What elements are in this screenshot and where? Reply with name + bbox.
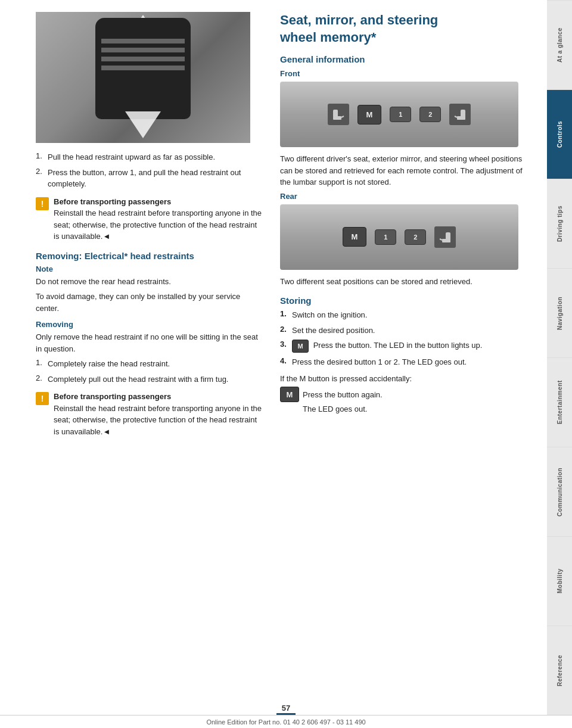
stripe-2 xyxy=(101,48,185,52)
storing-step-content-3: M Press the button. The LED in the butto… xyxy=(292,340,482,353)
step-number-2: 2. xyxy=(36,167,48,190)
sidebar-label-communication: Communication xyxy=(557,467,563,516)
front-m-button[interactable]: M xyxy=(358,105,382,125)
storing-step-3-text: Press the button. The LED in the button … xyxy=(313,341,483,350)
sidebar-label-driving-tips: Driving tips xyxy=(557,206,563,242)
headrest-shape xyxy=(95,18,191,119)
front-description: Two different driver's seat, exterior mi… xyxy=(280,153,530,188)
rear-seat-svg xyxy=(439,231,452,244)
svg-rect-7 xyxy=(442,239,450,242)
step-item-2: 2. Press the button, arrow 1, and pull t… xyxy=(36,167,262,190)
sidebar-label-reference: Reference xyxy=(557,655,563,686)
storing-step-2: 2. Set the desired position. xyxy=(280,325,530,337)
removal-steps: 1. Pull the head restraint upward as far… xyxy=(36,151,262,190)
right-column: Seat, mirror, and steeringwheel memory* … xyxy=(280,12,530,413)
m-button-inline-3: M xyxy=(292,340,309,353)
removing-text: Only remove the head restraint if no one… xyxy=(36,331,262,354)
sidebar-item-navigation[interactable]: Navigation xyxy=(547,268,572,357)
page-title-text: Seat, mirror, and steeringwheel memory* xyxy=(280,13,438,45)
storing-step-1: 1. Switch on the ignition. xyxy=(280,309,530,321)
sidebar-item-mobility[interactable]: Mobility xyxy=(547,536,572,626)
stripe-3 xyxy=(101,57,185,61)
storing-step-num-1: 1. xyxy=(280,309,292,318)
removing-subheading: Removing xyxy=(36,320,262,329)
front-control-panel: M 1 2 xyxy=(280,82,518,147)
page-title: Seat, mirror, and steeringwheel memory* xyxy=(280,12,530,46)
warning-text-1: Before transporting passengers Reinstall… xyxy=(54,196,262,242)
removing-step-text-1: Completely raise the head restraint. xyxy=(48,358,170,370)
storing-step-num-2: 2. xyxy=(280,325,292,334)
step-number-1: 1. xyxy=(36,151,48,163)
sidebar-item-driving-tips[interactable]: Driving tips xyxy=(547,179,572,268)
svg-line-2 xyxy=(341,116,344,117)
seat-svg-left xyxy=(332,108,345,121)
rear-m-button[interactable]: M xyxy=(343,227,367,247)
rear-panel-inner: M 1 2 xyxy=(280,204,518,270)
footer: Online Edition for Part no. 01 40 2 606 … xyxy=(0,715,572,728)
step-text-1: Pull the head restraint upward as far as… xyxy=(48,151,215,163)
step-item-1: 1. Pull the head restraint upward as far… xyxy=(36,151,262,163)
front-1-button[interactable]: 1 xyxy=(390,107,411,122)
rear-1-button[interactable]: 1 xyxy=(375,229,396,245)
front-panel-inner: M 1 2 xyxy=(280,82,518,147)
removing-step-number-2: 2. xyxy=(36,374,48,385)
storing-steps-list: 1. Switch on the ignition. 2. Set the de… xyxy=(280,309,530,368)
front-seat-icon-left xyxy=(328,104,349,125)
svg-line-5 xyxy=(455,116,457,117)
storing-step-4: 4. Press the desired button 1 or 2. The … xyxy=(280,356,530,368)
rear-description: Two different seat positions can be stor… xyxy=(280,276,530,288)
rear-2-button[interactable]: 2 xyxy=(405,229,426,245)
arrow-down-icon xyxy=(125,111,161,138)
sidebar: At a glance Controls Driving tips Naviga… xyxy=(547,0,572,715)
rear-control-panel: M 1 2 xyxy=(280,204,518,270)
svg-rect-1 xyxy=(333,116,341,120)
storing-step-content-2: Set the desired position. xyxy=(292,325,375,337)
note-text-2: To avoid damage, they can only be instal… xyxy=(36,291,262,314)
removing-step-text-2: Completely pull out the head restraint w… xyxy=(48,374,228,385)
storing-step-3: 3. M Press the button. The LED in the bu… xyxy=(280,340,530,353)
removing-steps: 1. Completely raise the head restraint. … xyxy=(36,358,262,385)
warning-body-1: Reinstall the head restraint before tran… xyxy=(54,209,262,241)
footer-text: Online Edition for Part no. 01 40 2 606 … xyxy=(206,718,365,726)
sidebar-label-at-a-glance: At a glance xyxy=(557,27,563,63)
general-information-heading: General information xyxy=(280,54,530,64)
sidebar-item-reference[interactable]: Reference xyxy=(547,626,572,715)
sidebar-item-at-a-glance[interactable]: At a glance xyxy=(547,0,572,89)
note-heading: Note xyxy=(36,265,262,273)
headrest-image xyxy=(36,12,250,143)
removing-step-item-2: 2. Completely pull out the head restrain… xyxy=(36,374,262,385)
removing-step-item-1: 1. Completely raise the head restraint. xyxy=(36,358,262,370)
sidebar-item-controls[interactable]: Controls xyxy=(547,89,572,179)
warning-icon-1: ! xyxy=(36,197,49,210)
warning-box-2: ! Before transporting passengers Reinsta… xyxy=(36,391,262,437)
sidebar-label-entertainment: Entertainment xyxy=(557,381,563,425)
page-number: 57 xyxy=(282,704,290,713)
if-m-action-1-row: M Press the button again. xyxy=(280,387,530,402)
step-text-2: Press the button, arrow 1, and pull the … xyxy=(48,167,262,190)
m-button-block-1: M xyxy=(280,387,299,402)
removing-step-number-1: 1. xyxy=(36,358,48,370)
seat-svg-right xyxy=(453,108,467,121)
removing-electrical-heading: Removing: Electrical* head restraints xyxy=(36,251,262,261)
warning-title-2: Before transporting passengers xyxy=(54,392,171,401)
storing-step-content-1: Switch on the ignition. xyxy=(292,309,367,321)
if-m-action-2-row: The LED goes out. xyxy=(303,405,530,413)
sidebar-label-controls: Controls xyxy=(557,121,563,148)
storing-step-num-4: 4. xyxy=(280,356,292,365)
warning-box-1: ! Before transporting passengers Reinsta… xyxy=(36,196,262,242)
front-2-button[interactable]: 2 xyxy=(419,107,441,122)
stripe-1 xyxy=(101,39,185,43)
sidebar-label-navigation: Navigation xyxy=(557,296,563,329)
storing-step-num-3: 3. xyxy=(280,340,292,349)
storing-heading: Storing xyxy=(280,295,530,306)
svg-rect-4 xyxy=(457,116,465,120)
left-column: 1. Pull the head restraint upward as far… xyxy=(36,12,262,443)
svg-line-8 xyxy=(440,239,442,240)
warning-body-2: Reinstall the head restraint before tran… xyxy=(54,404,262,436)
sidebar-item-entertainment[interactable]: Entertainment xyxy=(547,357,572,447)
rear-heading: Rear xyxy=(280,192,530,201)
sidebar-label-mobility: Mobility xyxy=(557,569,563,594)
sidebar-item-communication[interactable]: Communication xyxy=(547,447,572,536)
storing-step-content-4: Press the desired button 1 or 2. The LED… xyxy=(292,356,467,368)
note-text-1: Do not remove the rear head restraints. xyxy=(36,276,262,288)
